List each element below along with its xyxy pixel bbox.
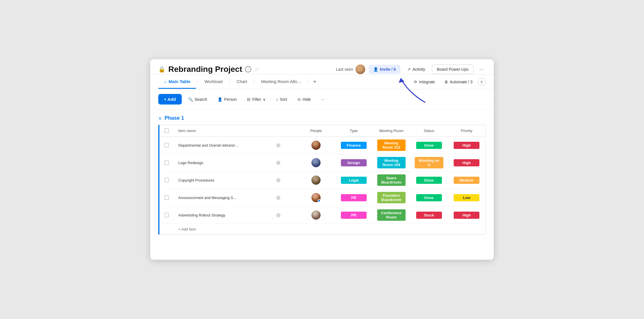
board-powerups-label: Board Power-Ups [437,67,469,72]
table-row: Departmental and Overall rebrand… ⊕ Fina… [159,137,485,154]
item-name-cell: Announcement and Messaging S… [174,189,260,206]
row-checkbox[interactable] [164,195,169,200]
more-icon: ··· [321,97,325,102]
person-avatar [311,210,321,220]
tab-meeting-room[interactable]: Meeting Room Allo… [255,75,307,89]
meeting-room-badge: Founders Boardroom [377,192,406,203]
add-label: + Add [164,97,176,102]
row-add-icon[interactable]: ⊕ [260,189,297,206]
table-header-row: Item name People Type Meeting Room Statu… [159,125,485,137]
add-button[interactable]: + Add [158,94,182,105]
sort-button[interactable]: ↕ Sort [272,95,291,104]
phase-title: Phase 1 [165,115,184,121]
status-badge: Stuck [416,212,442,219]
row-checkbox[interactable] [164,213,169,217]
home-icon: ⌂ [164,79,167,84]
more-options-button[interactable]: ··· [477,65,486,74]
person-avatar [311,141,321,150]
tabs-right: ⟳ Integrate 🖥 Automate / 3 ∧ [410,77,486,86]
add-item-button[interactable]: + Add Item [174,224,260,235]
tab-divider-3 [254,78,254,85]
priority-badge: Medium [454,177,479,184]
priority-badge: Low [454,194,479,201]
integrate-button[interactable]: ⟳ Integrate [410,77,439,86]
tab-main-table-label: Main Table [169,79,190,84]
activity-button[interactable]: ↗ Activity [404,65,428,74]
person-label: Person [224,97,237,102]
person-button[interactable]: 👤 Person [214,95,241,104]
invite-icon: 👤 [373,67,378,72]
row-add-icon[interactable]: ⊕ [260,137,297,154]
filter-label: Filter [252,97,261,102]
type-badge: Legal [341,177,367,184]
tab-chart-label: Chart [237,79,247,84]
collapse-button[interactable]: ∧ [478,78,486,85]
table-row: Logo Redesign ⊕ Design Meeting Room 109 … [159,154,485,172]
phase-chevron[interactable]: ∨ [158,115,162,121]
meeting-room-badge: Conference Room [377,209,406,221]
toolbar: + Add 🔍 Search 👤 Person ⊟ Filter ∨ ↕ Sor… [150,89,494,109]
status-badge: Working on it [415,157,443,168]
search-button[interactable]: 🔍 Search [184,95,211,104]
board-powerups-button[interactable]: Board Power-Ups [432,64,473,74]
activity-icon: ↗ [407,67,411,72]
table-row: Announcement and Messaging S… ⊕ PR Found… [159,189,485,206]
app-container: 🔒 Rebranding Project i ☆ Last seen 👤 Inv… [150,59,494,260]
tab-main-table[interactable]: ⌂ Main Table [158,75,196,89]
sort-label: Sort [280,97,287,102]
add-tab-button[interactable]: + [310,74,320,89]
filter-icon: ⊟ [247,97,250,102]
row-checkbox[interactable] [164,160,169,165]
person-avatar [311,158,321,167]
tab-workload-label: Workload [204,79,222,84]
type-badge: PR [341,212,367,219]
filter-button[interactable]: ⊟ Filter ∨ [243,95,270,104]
tabs-bar: ⌂ Main Table Workload Chart Meeting Room… [150,74,494,89]
invite-label: Invite / 6 [380,67,396,72]
col-type: Type [335,125,373,137]
main-table: Item name People Type Meeting Room Statu… [158,125,486,235]
priority-badge: High [454,159,479,166]
col-add [260,125,297,137]
row-add-icon[interactable]: ⊕ [260,154,297,172]
table-row: Copyright Procedures ⊕ Legal Sears Board… [159,172,485,189]
priority-badge: High [454,212,479,219]
table-row: Advertisting Rollout Strategy ⊕ PR Confe… [159,206,485,224]
header-right: Last seen 👤 Invite / 6 ↗ Activity Board … [336,64,486,74]
select-all-checkbox[interactable] [164,128,169,133]
row-add-icon[interactable]: ⊕ [260,172,297,189]
col-checkbox [159,125,174,137]
invite-button[interactable]: 👤 Invite / 6 [369,65,400,74]
item-name-cell: Logo Redesign [174,154,260,172]
phase-header: ∨ Phase 1 [158,115,486,121]
search-icon: 🔍 [188,97,193,102]
meeting-room-badge: Meeting Room 212 [377,139,406,151]
search-label: Search [195,97,207,102]
info-icon[interactable]: i [245,66,251,72]
lock-icon: 🔒 [158,66,165,73]
status-badge: Done [416,177,442,184]
col-status: Status [410,125,448,137]
tab-workload[interactable]: Workload [199,75,228,89]
row-checkbox[interactable] [164,178,169,182]
tab-divider-1 [197,78,197,85]
hide-button[interactable]: ⊙ Hide [293,95,315,104]
toolbar-more-button[interactable]: ··· [317,95,329,104]
row-add-icon[interactable]: ⊕ [260,206,297,224]
star-icon[interactable]: ☆ [254,66,259,73]
row-checkbox[interactable] [164,143,169,147]
person-avatar [311,176,321,185]
col-people: People [297,125,335,137]
avatar-wrap [355,64,365,74]
status-badge: Done [416,142,442,149]
status-badge: Done [416,194,442,201]
add-item-row: + Add Item [159,224,485,235]
tab-divider-4 [308,78,309,85]
tab-divider-2 [230,78,230,85]
tab-meeting-room-label: Meeting Room Allo… [261,79,301,84]
person-avatar [311,193,321,202]
automate-button[interactable]: 🖥 Automate / 3 [440,77,477,86]
tab-chart[interactable]: Chart [231,75,253,89]
type-badge: Finance [341,142,367,149]
activity-label: Activity [412,67,425,72]
